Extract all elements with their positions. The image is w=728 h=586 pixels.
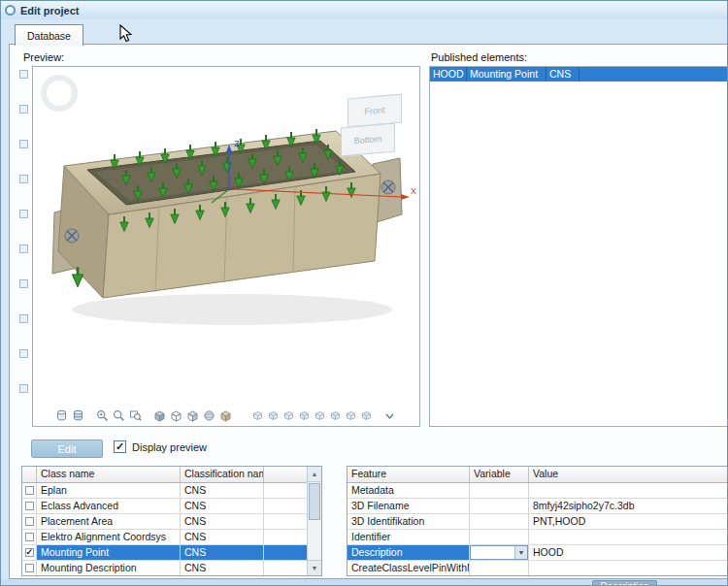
zoom-fit-icon[interactable] <box>128 408 143 423</box>
row-checkbox[interactable] <box>25 564 34 572</box>
view-orientation-icon[interactable] <box>297 409 311 423</box>
edit-button[interactable]: Edit <box>31 440 103 458</box>
column-header-value: Value <box>529 467 728 482</box>
view-orientation-icon[interactable] <box>344 409 357 423</box>
cube-solid-icon[interactable] <box>152 408 167 423</box>
table-row[interactable]: Metadata <box>347 483 728 499</box>
table-row[interactable]: Mounting Description CNS <box>22 561 307 576</box>
database-layers-icon[interactable] <box>71 408 85 423</box>
scrollbar-thumb[interactable] <box>309 483 320 520</box>
scroll-down-icon[interactable]: ▼ <box>308 560 321 575</box>
view-orientation-icon[interactable] <box>250 409 264 423</box>
published-elements-list[interactable]: HOOD Mounting Point CNS <box>429 66 728 427</box>
edit-button-label: Edit <box>58 443 77 455</box>
edit-project-window: Edit project Database Preview: <box>0 0 728 586</box>
table-row[interactable]: Eclass Advanced CNS <box>22 499 307 514</box>
side-toolbar <box>19 70 28 393</box>
tab-page: Preview: <box>9 44 728 579</box>
viewcube-bottom-label: Bottom <box>354 134 382 146</box>
side-toolbar-button[interactable] <box>19 140 28 148</box>
column-header-class-name: Class name <box>37 467 181 482</box>
zoom-icon[interactable] <box>112 408 126 423</box>
table-row[interactable]: Elektro Alignment Coordsys CNS <box>22 530 307 545</box>
description-button-label: Description <box>600 581 648 586</box>
tab-database[interactable]: Database <box>15 24 83 46</box>
published-cell: HOOD <box>430 67 467 81</box>
side-toolbar-button[interactable] <box>19 210 28 218</box>
dropdown-arrow-icon[interactable]: ▼ <box>514 546 527 559</box>
cube-material-icon[interactable] <box>218 408 233 423</box>
viewcube-bottom-face[interactable]: Bottom <box>341 123 395 157</box>
axis-z-label: Z <box>234 139 240 148</box>
row-checkbox-checked[interactable]: ✓ <box>25 548 34 557</box>
row-checkbox[interactable] <box>25 502 34 510</box>
preview-label: Preview: <box>23 51 64 63</box>
table-row[interactable]: Eplan CNS <box>22 483 307 499</box>
table-row[interactable]: 3D Filename 8mfyj42sipho2y7c.3db <box>347 499 728 514</box>
published-row-selected[interactable]: HOOD Mounting Point CNS <box>430 67 728 81</box>
zoom-in-icon[interactable] <box>95 408 110 423</box>
column-header-variable: Variable <box>470 467 529 482</box>
side-toolbar-button[interactable] <box>19 279 28 288</box>
row-checkbox[interactable] <box>25 533 34 541</box>
side-toolbar-button[interactable] <box>19 175 28 183</box>
view-orientation-icon[interactable] <box>328 409 342 423</box>
column-header-classification-name: Classification name <box>181 467 264 482</box>
preview-3d-viewport[interactable]: Z X Front Bottom <box>32 66 420 427</box>
table-row[interactable]: 3D Identifikation PNT,HOOD <box>347 514 728 530</box>
variable-dropdown[interactable]: ▼ <box>470 545 528 560</box>
published-elements-label: Published elements: <box>431 51 527 63</box>
side-toolbar-button[interactable] <box>19 314 28 323</box>
side-toolbar-button[interactable] <box>19 384 28 393</box>
feature-table: Feature Variable Value Metadata 3D Filen… <box>347 466 728 576</box>
cube-shaded-icon[interactable] <box>185 408 200 423</box>
published-cell: Mounting Point <box>467 67 546 81</box>
table-row[interactable]: Identifier <box>347 530 728 545</box>
preview-toolbar <box>54 408 397 423</box>
description-button[interactable]: Description <box>592 580 657 586</box>
value-edit-field[interactable]: HOOD <box>529 545 728 560</box>
table-row-selected[interactable]: ✓ Mounting Point CNS <box>22 545 307 561</box>
side-toolbar-button[interactable] <box>19 70 28 79</box>
mouse-cursor-icon <box>119 24 132 43</box>
row-checkbox[interactable] <box>25 486 34 495</box>
side-toolbar-button[interactable] <box>19 349 28 358</box>
published-cell: CNS <box>546 67 579 81</box>
sphere-icon[interactable] <box>202 408 216 423</box>
app-icon <box>5 5 16 16</box>
cube-wireframe-icon[interactable] <box>169 408 183 423</box>
side-toolbar-button[interactable] <box>19 244 28 253</box>
class-table-header: Class name Classification name <box>22 467 307 483</box>
view-orientation-icon[interactable] <box>266 409 280 423</box>
table-row[interactable]: Placement Area CNS <box>22 514 307 530</box>
view-orientation-icon[interactable] <box>359 409 373 423</box>
class-table: Class name Classification name Eplan CNS… <box>21 466 322 576</box>
database-icon[interactable] <box>54 408 69 423</box>
viewcube-front-label: Front <box>364 105 384 116</box>
scroll-up-icon[interactable]: ▲ <box>308 467 321 482</box>
chevron-down-icon[interactable] <box>382 408 397 423</box>
axis-x-label: X <box>411 186 416 196</box>
display-preview-checkbox[interactable]: ✓ <box>114 440 126 453</box>
window-title: Edit project <box>20 5 80 16</box>
feature-table-header: Feature Variable Value <box>347 467 728 483</box>
column-header-feature: Feature <box>347 467 470 482</box>
view-orientation-icon[interactable] <box>281 409 295 423</box>
titlebar: Edit project <box>1 1 727 19</box>
vertical-scrollbar[interactable]: ▲ ▼ <box>307 467 321 575</box>
table-row-selected[interactable]: Description ▼ HOOD <box>347 545 728 561</box>
display-preview-label: Display preview <box>132 441 207 453</box>
tab-label: Database <box>27 30 71 42</box>
row-checkbox[interactable] <box>25 517 34 526</box>
view-orientation-icon[interactable] <box>313 409 326 423</box>
table-row[interactable]: CreateClassLevelPinWithName <box>347 561 728 576</box>
side-toolbar-button[interactable] <box>19 105 28 114</box>
checkbox-check-icon: ✓ <box>116 441 124 452</box>
